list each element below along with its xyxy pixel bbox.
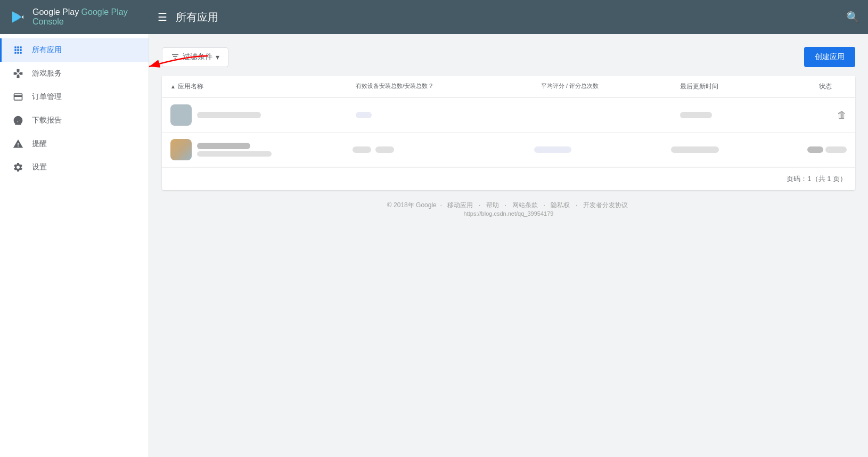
page-title: 所有应用: [176, 10, 218, 25]
sidebar-label-game-services: 游戏服务: [32, 69, 62, 78]
gamepad-icon: [13, 68, 23, 79]
footer-link-privacy[interactable]: 隐私权: [551, 201, 570, 209]
status-cell-2: [807, 146, 847, 153]
sort-asc-icon: ▲: [170, 84, 176, 89]
footer-link-mobile[interactable]: 移动应用: [447, 201, 473, 209]
col-app-name: ▲ 应用名称: [170, 82, 356, 91]
delete-cell: 🗑: [819, 110, 847, 121]
col-rating: 平均评分 / 评分总次数: [541, 82, 680, 91]
app-name-lines: [197, 143, 272, 157]
header-right: ☰ 所有应用 🔍: [158, 10, 859, 25]
top-header: Google Play Google Play Console ☰ 所有应用 🔍: [0, 0, 868, 34]
sidebar-item-order-management[interactable]: 订单管理: [0, 85, 149, 109]
app-name-blurred: [197, 112, 261, 118]
search-icon[interactable]: 🔍: [846, 11, 859, 23]
sidebar-item-settings[interactable]: 设置: [0, 156, 149, 179]
pagination-text: 页码：1（共 1 页）: [787, 175, 847, 183]
footer-copyright: © 2018年 Google: [387, 201, 437, 209]
hamburger-icon[interactable]: ☰: [158, 11, 167, 23]
col-last-updated: 最后更新时间: [680, 82, 819, 91]
app-name-line-2: [197, 151, 272, 157]
settings-icon: [13, 162, 23, 173]
date-blurred: [671, 146, 719, 153]
app-name-cell: [170, 104, 356, 126]
filter-icon: [171, 52, 179, 62]
delete-icon[interactable]: 🗑: [837, 110, 847, 121]
stat-2: [375, 146, 394, 153]
header-icons: 🔍: [846, 11, 859, 23]
main-layout: 所有应用 游戏服务 订单管理 下载报告 提醒: [0, 34, 868, 457]
sidebar-label-all-apps: 所有应用: [32, 45, 62, 55]
rating-cell-2: [534, 146, 670, 153]
table-header: ▲ 应用名称 有效设备安装总数/安装总数 ? 平均评分 / 评分总次数 最后更新…: [162, 76, 855, 98]
download-icon: [13, 115, 23, 126]
page-title-area: ☰ 所有应用: [158, 10, 218, 25]
footer-link-developer-agreement[interactable]: 开发者分发协议: [583, 201, 628, 209]
footer: © 2018年 Google · 移动应用 · 帮助 · 网站条款 · 隐私权 …: [162, 190, 855, 228]
sidebar-item-alerts[interactable]: 提醒: [0, 132, 149, 156]
installs-cell-2: [353, 146, 535, 153]
installs-cell: [356, 112, 541, 118]
col-installs: 有效设备安装总数/安装总数 ?: [356, 82, 541, 91]
logo-text: Google Play Google Play Console: [32, 7, 158, 27]
footer-link-terms[interactable]: 网站条款: [512, 201, 538, 209]
status-blurred-1: [807, 146, 823, 153]
app-icon-2: [170, 139, 192, 160]
app-icon: [170, 104, 192, 126]
table-row[interactable]: 🗑: [162, 98, 855, 133]
google-play-icon: [9, 7, 27, 27]
sidebar-item-download-reports[interactable]: 下载报告: [0, 109, 149, 132]
filter-bar: 过滤条件 ▾ 创建应用: [162, 47, 855, 67]
col-status: 状态: [819, 82, 847, 91]
apps-icon: [13, 45, 23, 55]
rating-blurred: [534, 146, 571, 153]
installs-blurred: [356, 112, 372, 118]
sidebar-label-alerts: 提醒: [32, 139, 47, 149]
app-name-cell-2: [170, 139, 353, 160]
logo-area: Google Play Google Play Console: [9, 7, 158, 27]
stat-1: [353, 146, 371, 153]
apps-table: ▲ 应用名称 有效设备安装总数/安装总数 ? 平均评分 / 评分总次数 最后更新…: [162, 76, 855, 190]
sidebar-label-settings: 设置: [32, 162, 47, 172]
sidebar-item-game-services[interactable]: 游戏服务: [0, 62, 149, 85]
alert-icon: [13, 138, 23, 149]
pagination: 页码：1（共 1 页）: [162, 167, 855, 190]
sidebar-item-all-apps[interactable]: 所有应用: [0, 38, 149, 62]
last-updated-cell-2: [671, 146, 807, 153]
sidebar-label-download-reports: 下载报告: [32, 116, 62, 125]
footer-url: https://blog.csdn.net/qq_39954179: [464, 210, 554, 217]
filter-label: 过滤条件: [183, 52, 212, 62]
sidebar-label-order-management: 订单管理: [32, 92, 62, 102]
content-area: 过滤条件 ▾ 创建应用 ▲ 应用名称 有效设备安装总数/安装总数 ? 平均评分 …: [149, 34, 868, 457]
app-name-line-1: [197, 143, 250, 149]
filter-button[interactable]: 过滤条件 ▾: [162, 47, 228, 67]
table-row[interactable]: [162, 133, 855, 167]
create-app-button[interactable]: 创建应用: [804, 47, 855, 67]
sidebar: 所有应用 游戏服务 订单管理 下载报告 提醒: [0, 34, 149, 457]
last-updated-blurred: [680, 112, 712, 118]
status-blurred-2: [825, 146, 847, 153]
last-updated-cell: [680, 112, 819, 118]
footer-link-help[interactable]: 帮助: [486, 201, 499, 209]
filter-dropdown-icon: ▾: [216, 53, 219, 61]
credit-card-icon: [13, 92, 23, 102]
